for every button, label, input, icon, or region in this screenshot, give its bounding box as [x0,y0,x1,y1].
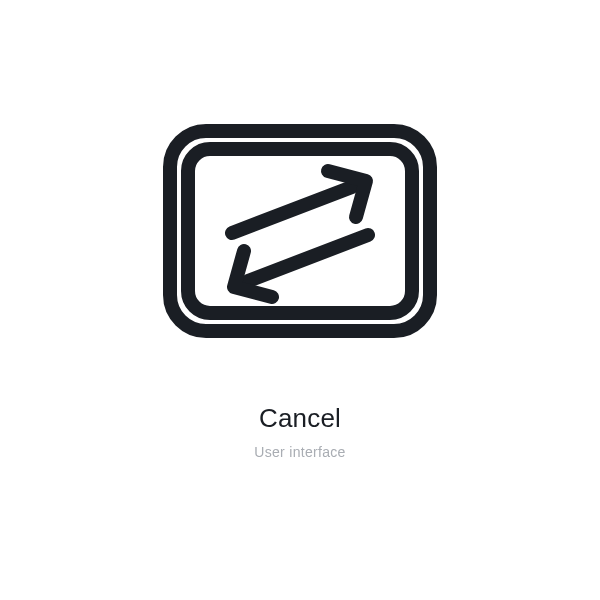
icon-subtitle: User interface [254,444,345,460]
svg-line-3 [248,235,368,281]
svg-line-2 [232,187,352,233]
svg-rect-1 [188,149,412,313]
cancel-swap-icon [160,121,440,341]
svg-rect-0 [170,131,430,331]
icon-title: Cancel [259,403,341,434]
